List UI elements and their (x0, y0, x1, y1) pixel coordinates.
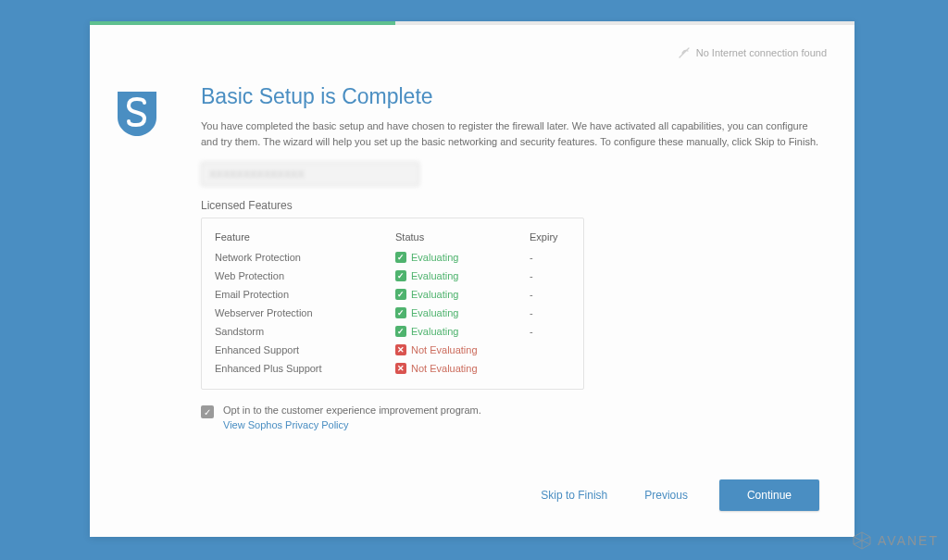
optin-checkbox[interactable]: ✓ (201, 405, 214, 418)
feature-status: ✓Evaluating (395, 252, 530, 263)
licensed-features-label: Licensed Features (201, 199, 827, 212)
feature-row: Email Protection✓Evaluating- (215, 285, 570, 304)
feature-expiry: - (530, 307, 570, 318)
avanet-logo-icon (852, 530, 872, 551)
cross-icon: ✕ (395, 344, 406, 355)
feature-expiry: - (530, 252, 570, 263)
check-icon: ✓ (395, 307, 406, 318)
no-connection-icon (679, 47, 690, 60)
connection-status-text: No Internet connection found (696, 47, 827, 58)
feature-expiry (530, 363, 570, 374)
page-title: Basic Setup is Complete (201, 84, 827, 109)
license-key-input[interactable]: XXXXXXXXXXXXXX (201, 162, 419, 186)
status-text: Not Evaluating (411, 363, 478, 374)
feature-name: Sandstorm (215, 326, 395, 337)
feature-name: Webserver Protection (215, 307, 395, 318)
status-text: Evaluating (411, 307, 458, 318)
feature-row: Network Protection✓Evaluating- (215, 248, 570, 267)
feature-name: Enhanced Support (215, 344, 395, 355)
page-description: You have completed the basic setup and h… (201, 118, 827, 149)
col-header-feature: Feature (215, 231, 395, 243)
feature-row: Webserver Protection✓Evaluating- (215, 304, 570, 322)
feature-expiry: - (530, 326, 570, 337)
feature-row: Enhanced Support✕Not Evaluating (215, 341, 570, 359)
footer-actions: Skip to Finish Previous Continue (90, 463, 854, 537)
feature-row: Enhanced Plus Support✕Not Evaluating (215, 359, 570, 378)
feature-status: ✓Evaluating (395, 326, 530, 337)
logo-column (116, 84, 201, 454)
feature-expiry (530, 344, 570, 355)
main-column: Basic Setup is Complete You have complet… (201, 84, 827, 454)
optin-row: ✓ Opt in to the customer experience impr… (201, 404, 827, 432)
avanet-watermark: AVANET (852, 530, 939, 551)
top-status-bar: No Internet connection found (90, 25, 854, 66)
setup-window: No Internet connection found Basic Setup… (90, 21, 854, 537)
licensed-features-box: Feature Status Expiry Network Protection… (201, 218, 584, 390)
progress-fill (90, 21, 395, 25)
status-text: Evaluating (411, 270, 458, 281)
col-header-expiry: Expiry (530, 231, 570, 243)
license-key-value: XXXXXXXXXXXXXX (209, 168, 305, 180)
feature-status: ✓Evaluating (395, 270, 530, 281)
feature-name: Email Protection (215, 289, 395, 300)
feature-name: Network Protection (215, 252, 395, 263)
check-icon: ✓ (395, 252, 406, 263)
sophos-shield-icon (116, 90, 158, 138)
content-area: Basic Setup is Complete You have complet… (90, 66, 854, 463)
optin-label: Opt in to the customer experience improv… (223, 404, 481, 416)
status-text: Evaluating (411, 326, 458, 337)
feature-row: Web Protection✓Evaluating- (215, 267, 570, 285)
status-text: Evaluating (411, 252, 458, 263)
check-icon: ✓ (395, 326, 406, 337)
features-header-row: Feature Status Expiry (215, 228, 570, 246)
feature-status: ✕Not Evaluating (395, 363, 530, 374)
privacy-policy-link[interactable]: View Sophos Privacy Policy (223, 419, 349, 430)
feature-row: Sandstorm✓Evaluating- (215, 322, 570, 341)
skip-to-finish-button[interactable]: Skip to Finish (535, 485, 613, 505)
check-icon: ✓ (395, 289, 406, 300)
feature-expiry: - (530, 270, 570, 281)
status-text: Evaluating (411, 289, 458, 300)
feature-expiry: - (530, 289, 570, 300)
feature-name: Enhanced Plus Support (215, 363, 395, 374)
continue-button[interactable]: Continue (719, 479, 819, 511)
previous-button[interactable]: Previous (639, 485, 693, 505)
progress-bar (90, 21, 854, 25)
col-header-status: Status (395, 231, 530, 243)
feature-name: Web Protection (215, 270, 395, 281)
feature-status: ✕Not Evaluating (395, 344, 530, 355)
check-icon: ✓ (395, 270, 406, 281)
feature-status: ✓Evaluating (395, 307, 530, 318)
cross-icon: ✕ (395, 363, 406, 374)
status-text: Not Evaluating (411, 344, 478, 355)
feature-status: ✓Evaluating (395, 289, 530, 300)
watermark-text: AVANET (878, 533, 939, 548)
